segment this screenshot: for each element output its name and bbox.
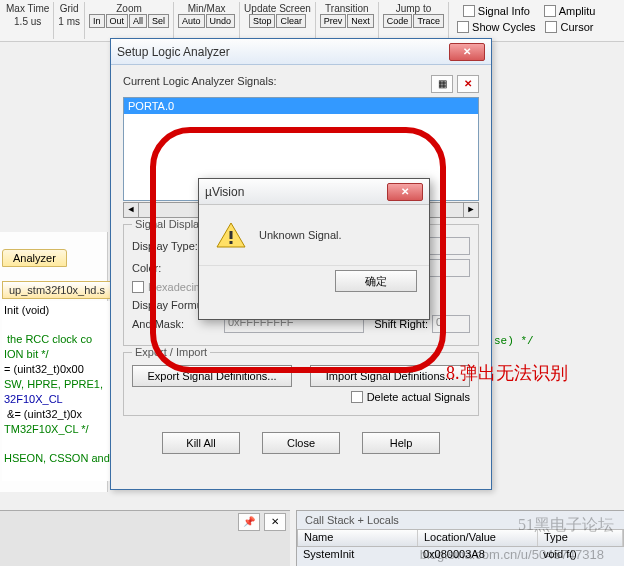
cs-name: SystemInit [303,548,423,560]
zoom-label: Zoom [116,3,142,14]
update-stop-button[interactable]: Stop [249,14,276,28]
export-button[interactable]: Export Signal Definitions... [132,365,292,387]
new-signal-button[interactable]: ▦ [431,75,453,93]
signal-display-legend: Signal Display [132,218,208,230]
show-cycles-label: Show Cycles [472,21,536,33]
zoom-out-button[interactable]: Out [106,14,129,28]
max-time-label: Max Time [6,3,49,14]
help-button[interactable]: Help [362,432,440,454]
amplitude-checkbox[interactable] [544,5,556,17]
svg-rect-2 [230,241,233,244]
minmax-label: Min/Max [188,3,226,14]
jump-label: Jump to [396,3,432,14]
tab-analyzer[interactable]: Analyzer [2,249,67,267]
watermark-forum: 51黑电子论坛 [518,515,614,536]
export-import-group: Export / Import Export Signal Definition… [123,352,479,416]
tab-file[interactable]: up_stm32f10x_hd.s [2,281,112,299]
tool-update: Update Screen Stop Clear [240,2,316,39]
alert-dialog: µVision ✕ Unknown Signal. 确定 [198,178,430,320]
code-fragment: se) */ [494,335,534,347]
tool-transition: Transition Prev Next [316,2,379,39]
jump-trace-button[interactable]: Trace [413,14,444,28]
scroll-left-icon[interactable]: ◄ [123,202,139,218]
tool-checks2: Amplitu Cursor [540,2,600,39]
alert-title-bar[interactable]: µVision ✕ [199,179,429,205]
grid-value: 1 ms [58,16,80,27]
export-import-legend: Export / Import [132,346,210,358]
amplitude-label: Amplitu [559,5,596,17]
zoom-all-button[interactable]: All [129,14,147,28]
annotation-text: 8.弹出无法识别 [446,361,568,385]
jump-code-button[interactable]: Code [383,14,413,28]
tool-minmax: Min/Max Auto Undo [174,2,240,39]
transition-prev-button[interactable]: Prev [320,14,347,28]
signal-info-label: Signal Info [478,5,530,17]
update-label: Update Screen [244,3,311,14]
close-pane-icon[interactable]: ✕ [264,513,286,531]
show-cycles-checkbox[interactable] [457,21,469,33]
alert-message: Unknown Signal. [259,229,342,241]
dialog-title: Setup Logic Analyzer [117,45,230,59]
minmax-auto-button[interactable]: Auto [178,14,205,28]
warning-icon [215,221,247,249]
svg-rect-1 [230,231,233,239]
col-name[interactable]: Name [298,530,418,546]
max-time-value: 1.5 us [14,16,41,27]
pin-icon[interactable]: 📌 [238,513,260,531]
tool-zoom: Zoom In Out All Sel [85,2,174,39]
watermark-url: blog.sina.com.cn/u/5045747318 [420,547,604,562]
delete-actual-label: Delete actual Signals [367,391,470,403]
dialog-title-bar[interactable]: Setup Logic Analyzer ✕ [111,39,491,65]
cursor-label: Cursor [560,21,593,33]
alert-close-icon[interactable]: ✕ [387,183,423,201]
tool-max-time: Max Time 1.5 us [2,2,54,39]
hex-checkbox[interactable] [132,281,144,293]
delete-signal-button[interactable]: ✕ [457,75,479,93]
kill-all-button[interactable]: Kill All [162,432,240,454]
delete-actual-checkbox[interactable] [351,391,363,403]
transition-label: Transition [325,3,369,14]
tool-grid: Grid 1 ms [54,2,85,39]
transition-next-button[interactable]: Next [347,14,374,28]
shift-right-input[interactable]: 0 [432,315,470,333]
signal-info-checkbox[interactable] [463,5,475,17]
scroll-right-icon[interactable]: ► [463,202,479,218]
call-stack-tab[interactable]: Call Stack + Locals [297,511,407,529]
update-clear-button[interactable]: Clear [276,14,306,28]
zoom-sel-button[interactable]: Sel [148,14,169,28]
close-icon[interactable]: ✕ [449,43,485,61]
signal-item[interactable]: PORTA.0 [124,98,478,114]
zoom-in-button[interactable]: In [89,14,105,28]
top-toolbar: Max Time 1.5 us Grid 1 ms Zoom In Out Al… [0,0,624,42]
cursor-checkbox[interactable] [545,21,557,33]
bottom-pane-left: 📌 ✕ [0,510,290,566]
tool-checks: Signal Info Show Cycles [449,2,540,39]
minmax-undo-button[interactable]: Undo [206,14,236,28]
close-button[interactable]: Close [262,432,340,454]
alert-title: µVision [205,185,244,199]
tool-jump: Jump to Code Trace [379,2,449,39]
grid-label: Grid [60,3,79,14]
alert-ok-button[interactable]: 确定 [335,270,417,292]
signals-label: Current Logic Analyzer Signals: [123,75,276,87]
